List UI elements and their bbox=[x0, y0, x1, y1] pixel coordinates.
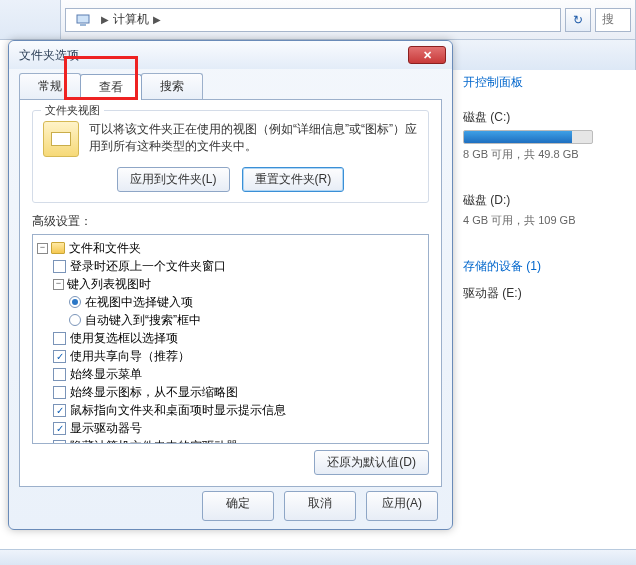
tree-item-label: 鼠标指向文件夹和桌面项时显示提示信息 bbox=[70, 401, 286, 419]
folder-icon bbox=[51, 242, 65, 254]
tree-item[interactable]: −键入列表视图时 bbox=[37, 275, 424, 293]
dialog-title: 文件夹选项 bbox=[19, 47, 79, 64]
group-legend: 文件夹视图 bbox=[41, 103, 104, 118]
chevron-right-icon: ▶ bbox=[149, 14, 165, 25]
tree-item[interactable]: 显示驱动器号 bbox=[37, 419, 424, 437]
radio[interactable] bbox=[69, 296, 81, 308]
tree-item[interactable]: 始终显示菜单 bbox=[37, 365, 424, 383]
tab-search[interactable]: 搜索 bbox=[141, 73, 203, 99]
checkbox[interactable] bbox=[53, 386, 66, 399]
storage-section[interactable]: 存储的设备 (1) bbox=[463, 258, 628, 275]
svg-rect-1 bbox=[80, 24, 86, 26]
refresh-icon: ↻ bbox=[573, 13, 583, 27]
dialog-buttons: 确定 取消 应用(A) bbox=[9, 491, 452, 521]
apply-to-folders-button[interactable]: 应用到文件夹(L) bbox=[117, 167, 230, 192]
ok-button[interactable]: 确定 bbox=[202, 491, 274, 521]
tab-general[interactable]: 常规 bbox=[19, 73, 81, 99]
drive-e[interactable]: 驱动器 (E:) bbox=[463, 285, 628, 302]
disk-usage-bar bbox=[463, 130, 593, 144]
tree-item[interactable]: 使用共享向导（推荐） bbox=[37, 347, 424, 365]
tree-item-label: 使用共享向导（推荐） bbox=[70, 347, 190, 365]
disk-title: 磁盘 (C:) bbox=[463, 109, 628, 126]
disk-c[interactable]: 磁盘 (C:) 8 GB 可用，共 49.8 GB bbox=[463, 109, 628, 162]
collapse-icon[interactable]: − bbox=[53, 279, 64, 290]
close-icon: ✕ bbox=[423, 49, 432, 62]
disk-title: 磁盘 (D:) bbox=[463, 192, 628, 209]
tree-item[interactable]: 使用复选框以选择项 bbox=[37, 329, 424, 347]
tree-item-label: 登录时还原上一个文件夹窗口 bbox=[70, 257, 226, 275]
folder-view-group: 文件夹视图 可以将该文件夹正在使用的视图（例如“详细信息”或“图标”）应用到所有… bbox=[32, 110, 429, 203]
explorer-content: 开控制面板 磁盘 (C:) 8 GB 可用，共 49.8 GB 磁盘 (D:) … bbox=[455, 70, 636, 565]
checkbox[interactable] bbox=[53, 404, 66, 417]
radio[interactable] bbox=[69, 314, 81, 326]
folder-view-desc: 可以将该文件夹正在使用的视图（例如“详细信息”或“图标”）应用到所有这种类型的文… bbox=[89, 121, 418, 157]
svg-rect-0 bbox=[77, 15, 89, 23]
disk-subtext: 4 GB 可用，共 109 GB bbox=[463, 213, 628, 228]
refresh-button[interactable]: ↻ bbox=[565, 8, 591, 32]
tree-item-label: 隐藏计算机文件夹中的空驱动器 bbox=[70, 437, 238, 444]
checkbox[interactable] bbox=[53, 440, 66, 445]
tree-item-label: 在视图中选择键入项 bbox=[85, 293, 193, 311]
tree-item-label: 使用复选框以选择项 bbox=[70, 329, 178, 347]
tree-item-label: 始终显示菜单 bbox=[70, 365, 142, 383]
dialog-titlebar[interactable]: 文件夹选项 ✕ bbox=[9, 41, 452, 69]
tree-item-label: 自动键入到“搜索”框中 bbox=[85, 311, 201, 329]
taskbar bbox=[0, 549, 636, 565]
tree-item-label: 始终显示图标，从不显示缩略图 bbox=[70, 383, 238, 401]
apply-button[interactable]: 应用(A) bbox=[366, 491, 438, 521]
tree-item[interactable]: 始终显示图标，从不显示缩略图 bbox=[37, 383, 424, 401]
checkbox[interactable] bbox=[53, 350, 66, 363]
chevron-right-icon: ▶ bbox=[97, 14, 113, 25]
explorer-nav-left bbox=[0, 0, 60, 40]
address-bar[interactable]: ▶ 计算机 ▶ bbox=[65, 8, 561, 32]
folder-view-icon bbox=[43, 121, 79, 157]
collapse-icon[interactable]: − bbox=[37, 243, 48, 254]
drive-title: 驱动器 (E:) bbox=[463, 285, 628, 302]
tree-root-label: 文件和文件夹 bbox=[69, 239, 141, 257]
reset-folders-button[interactable]: 重置文件夹(R) bbox=[242, 167, 345, 192]
disk-subtext: 8 GB 可用，共 49.8 GB bbox=[463, 147, 628, 162]
disk-d[interactable]: 磁盘 (D:) 4 GB 可用，共 109 GB bbox=[463, 192, 628, 228]
tree-item[interactable]: 登录时还原上一个文件夹窗口 bbox=[37, 257, 424, 275]
search-placeholder: 搜 bbox=[602, 11, 614, 28]
checkbox[interactable] bbox=[53, 422, 66, 435]
tree-item[interactable]: 隐藏计算机文件夹中的空驱动器 bbox=[37, 437, 424, 444]
checkbox[interactable] bbox=[53, 260, 66, 273]
control-panel-link[interactable]: 开控制面板 bbox=[463, 74, 628, 91]
cancel-button[interactable]: 取消 bbox=[284, 491, 356, 521]
close-button[interactable]: ✕ bbox=[408, 46, 446, 64]
folder-options-dialog: 文件夹选项 ✕ 常规 查看 搜索 文件夹视图 可以将该文件夹正在使用的视图（例如… bbox=[8, 40, 453, 530]
restore-defaults-button[interactable]: 还原为默认值(D) bbox=[314, 450, 429, 475]
advanced-settings-tree[interactable]: −文件和文件夹登录时还原上一个文件夹窗口−键入列表视图时在视图中选择键入项自动键… bbox=[32, 234, 429, 444]
tree-item[interactable]: 鼠标指向文件夹和桌面项时显示提示信息 bbox=[37, 401, 424, 419]
view-tab-panel: 文件夹视图 可以将该文件夹正在使用的视图（例如“详细信息”或“图标”）应用到所有… bbox=[19, 99, 442, 487]
tree-item-label: 键入列表视图时 bbox=[67, 275, 151, 293]
tab-strip: 常规 查看 搜索 bbox=[19, 73, 452, 99]
checkbox[interactable] bbox=[53, 332, 66, 345]
tree-root[interactable]: −文件和文件夹 bbox=[37, 239, 424, 257]
tab-view[interactable]: 查看 bbox=[80, 74, 142, 100]
checkbox[interactable] bbox=[53, 368, 66, 381]
tree-item[interactable]: 自动键入到“搜索”框中 bbox=[37, 311, 424, 329]
advanced-label: 高级设置： bbox=[32, 213, 429, 230]
tree-item[interactable]: 在视图中选择键入项 bbox=[37, 293, 424, 311]
explorer-toolbar: ▶ 计算机 ▶ ↻ 搜 bbox=[60, 0, 636, 40]
address-text: 计算机 bbox=[113, 11, 149, 28]
tree-item-label: 显示驱动器号 bbox=[70, 419, 142, 437]
search-input[interactable]: 搜 bbox=[595, 8, 631, 32]
computer-icon bbox=[70, 13, 97, 27]
